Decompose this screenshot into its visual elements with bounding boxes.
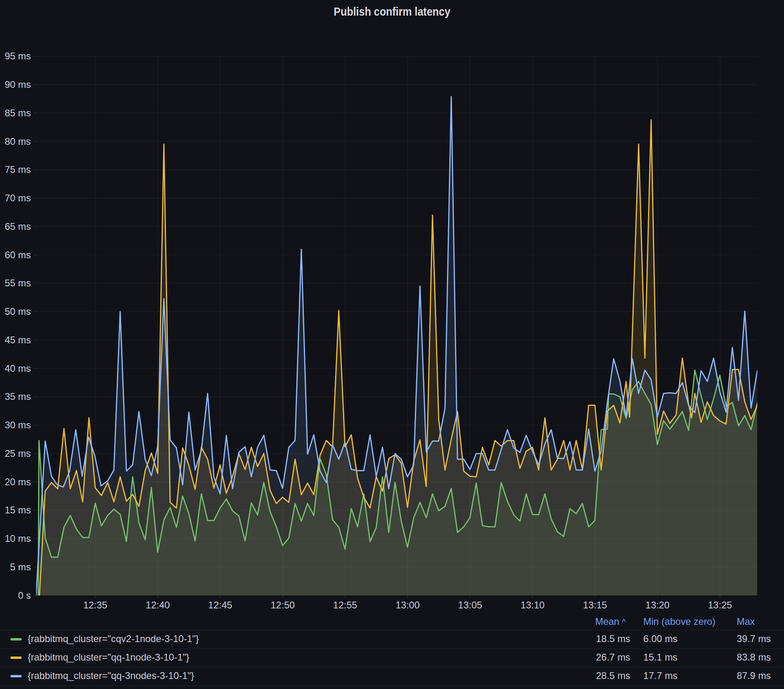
- svg-text:55 ms: 55 ms: [5, 278, 31, 288]
- svg-text:75 ms: 75 ms: [5, 164, 31, 175]
- svg-text:80 ms: 80 ms: [5, 136, 31, 147]
- svg-text:12:50: 12:50: [271, 600, 295, 610]
- svg-text:70 ms: 70 ms: [5, 193, 31, 203]
- svg-text:40 ms: 40 ms: [5, 363, 31, 374]
- svg-text:12:55: 12:55: [333, 600, 357, 610]
- svg-text:13:15: 13:15: [583, 600, 607, 610]
- svg-text:85 ms: 85 ms: [5, 107, 31, 118]
- svg-text:0 s: 0 s: [18, 590, 31, 601]
- svg-text:90 ms: 90 ms: [5, 79, 31, 90]
- svg-text:60 ms: 60 ms: [5, 249, 31, 260]
- svg-text:5 ms: 5 ms: [10, 561, 31, 572]
- svg-text:45 ms: 45 ms: [5, 334, 31, 345]
- svg-text:13:25: 13:25: [708, 600, 732, 610]
- svg-text:13:20: 13:20: [645, 600, 669, 610]
- svg-text:13:10: 13:10: [521, 600, 545, 610]
- svg-text:10 ms: 10 ms: [5, 533, 31, 544]
- svg-text:25 ms: 25 ms: [5, 448, 31, 459]
- svg-text:50 ms: 50 ms: [5, 306, 31, 317]
- svg-text:65 ms: 65 ms: [5, 221, 31, 232]
- svg-text:15 ms: 15 ms: [5, 505, 31, 515]
- svg-text:30 ms: 30 ms: [5, 419, 31, 430]
- svg-text:20 ms: 20 ms: [5, 476, 31, 487]
- svg-text:12:45: 12:45: [208, 600, 232, 610]
- svg-text:35 ms: 35 ms: [5, 391, 31, 402]
- svg-text:12:35: 12:35: [83, 600, 107, 610]
- svg-text:13:05: 13:05: [458, 600, 482, 610]
- svg-text:95 ms: 95 ms: [5, 51, 31, 61]
- svg-text:12:40: 12:40: [146, 600, 170, 610]
- svg-text:13:00: 13:00: [396, 600, 420, 610]
